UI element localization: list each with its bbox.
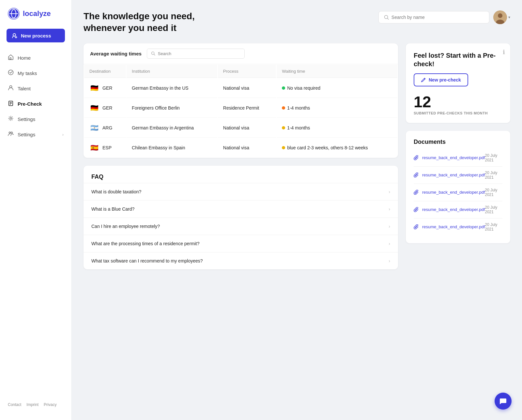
- cell-process: National visa: [218, 138, 276, 157]
- doc-date: 20 July 2021: [485, 188, 502, 197]
- table-row: 🇪🇸 ESP Chilean Embassy in Spain National…: [84, 138, 397, 157]
- talent-icon: [8, 85, 14, 92]
- col-waiting-time: Waiting time: [277, 65, 397, 78]
- chevron-right-icon: ›: [389, 241, 390, 246]
- sidebar: localyze New process Home My tasks Talen…: [0, 0, 72, 420]
- cell-institution: Foreigners Office Berlin: [127, 98, 217, 118]
- waiting-times-search[interactable]: [147, 49, 245, 59]
- faq-item[interactable]: What tax software can I recommend to my …: [84, 252, 398, 269]
- faq-question: What tax software can I recommend to my …: [91, 258, 203, 263]
- doc-item[interactable]: resume_back_end_developer.pdf 20 July 20…: [414, 184, 502, 201]
- precheck-card: ℹ Feel lost? Start with a Pre-check! New…: [406, 43, 510, 123]
- sidebar-item-precheck[interactable]: Pre-Check: [0, 96, 71, 112]
- attachment-icon: [414, 172, 419, 178]
- header-title-line2: whenever you need it: [84, 22, 195, 34]
- doc-item[interactable]: resume_back_end_developer.pdf 20 July 20…: [414, 218, 502, 235]
- cell-destination: 🇪🇸 ESP: [84, 138, 126, 157]
- footer-contact[interactable]: Contact: [8, 402, 21, 407]
- doc-item[interactable]: resume_back_end_developer.pdf 20 July 20…: [414, 201, 502, 218]
- footer-privacy[interactable]: Privacy: [44, 402, 56, 407]
- chevron-right-icon: ›: [389, 224, 390, 229]
- cell-process: National visa: [218, 79, 276, 98]
- table-row: 🇩🇪 GER Foreigners Office Berlin Residenc…: [84, 98, 397, 118]
- col-destination: Destination: [84, 65, 126, 78]
- submitted-count: 12: [414, 94, 502, 110]
- attachment-icon: [414, 155, 419, 160]
- new-precheck-button[interactable]: New pre-check: [414, 73, 468, 86]
- cell-destination: 🇩🇪 GER: [84, 79, 126, 98]
- header-right: ▾: [378, 10, 510, 24]
- sidebar-item-talent[interactable]: Talent: [0, 81, 71, 96]
- app-name: localyze: [23, 9, 51, 18]
- info-icon[interactable]: ℹ: [503, 49, 505, 56]
- sidebar-item-settings2-label: Settings: [18, 132, 35, 137]
- country-code: ESP: [102, 145, 112, 150]
- doc-item[interactable]: resume_back_end_developer.pdf 20 July 20…: [414, 167, 502, 184]
- gear-icon: [8, 115, 14, 123]
- clipboard-icon: [8, 100, 14, 108]
- svg-line-18: [387, 18, 389, 20]
- page-title: The knowledge you need, whenever you nee…: [84, 10, 195, 34]
- doc-filename[interactable]: resume_back_end_developer.pdf: [422, 155, 485, 160]
- svg-line-23: [154, 54, 155, 55]
- doc-filename[interactable]: resume_back_end_developer.pdf: [422, 172, 485, 177]
- faq-item[interactable]: Can I hire an employee remotely? ›: [84, 218, 398, 235]
- chat-icon: [499, 397, 507, 405]
- new-process-button[interactable]: New process: [7, 29, 65, 42]
- country-flag: 🇦🇷: [89, 123, 99, 133]
- doc-left: resume_back_end_developer.pdf: [414, 190, 485, 195]
- cell-destination: 🇩🇪 GER: [84, 98, 126, 118]
- table-row: 🇩🇪 GER German Embassy in the US National…: [84, 79, 397, 98]
- documents-list: resume_back_end_developer.pdf 20 July 20…: [414, 149, 502, 235]
- doc-date: 20 July 2021: [485, 205, 502, 214]
- global-search-input[interactable]: [392, 15, 484, 20]
- sidebar-item-settings2[interactable]: Settings ›: [0, 127, 71, 142]
- svg-point-8: [8, 70, 13, 75]
- faq-item[interactable]: What is double taxation? ›: [84, 183, 398, 200]
- header-title-line1: The knowledge you need,: [84, 10, 195, 22]
- doc-filename[interactable]: resume_back_end_developer.pdf: [422, 224, 485, 229]
- cell-waiting-time: No visa required: [277, 79, 397, 98]
- doc-filename[interactable]: resume_back_end_developer.pdf: [422, 190, 485, 195]
- sidebar-footer: Contact Imprint Privacy: [0, 397, 71, 412]
- global-search-bar[interactable]: [378, 11, 489, 23]
- doc-date: 20 July 2021: [485, 153, 502, 162]
- cell-institution: Chilean Embassy in Spain: [127, 138, 217, 157]
- user-avatar-area[interactable]: ▾: [493, 10, 510, 24]
- chevron-right-icon: ›: [389, 258, 390, 263]
- doc-left: resume_back_end_developer.pdf: [414, 207, 485, 212]
- chat-button[interactable]: [495, 393, 512, 410]
- sidebar-item-talent-label: Talent: [18, 86, 31, 91]
- cell-process: National visa: [218, 118, 276, 138]
- svg-point-20: [498, 13, 502, 18]
- attachment-icon: [414, 207, 419, 212]
- doc-item[interactable]: resume_back_end_developer.pdf 20 July 20…: [414, 149, 502, 167]
- footer-imprint[interactable]: Imprint: [26, 402, 38, 407]
- cell-waiting-time: 1-4 months: [277, 118, 397, 138]
- doc-filename[interactable]: resume_back_end_developer.pdf: [422, 207, 485, 212]
- cell-institution: German Embassy in the US: [127, 79, 217, 98]
- sidebar-item-my-tasks[interactable]: My tasks: [0, 66, 71, 81]
- cell-process: Residence Permit: [218, 98, 276, 118]
- cell-destination: 🇦🇷 ARG: [84, 118, 126, 138]
- cell-institution: German Embassy in Argentina: [127, 118, 217, 138]
- chevron-right-icon: ›: [389, 189, 390, 194]
- documents-card: Documents resume_back_end_developer.pdf …: [406, 131, 510, 243]
- team-icon: [8, 131, 14, 138]
- sidebar-item-settings1[interactable]: Settings: [0, 112, 71, 127]
- sidebar-item-home[interactable]: Home: [0, 50, 71, 66]
- faq-question: Can I hire an employee remotely?: [91, 224, 160, 229]
- edit-icon: [421, 77, 426, 82]
- cell-waiting-time: 1-4 months: [277, 98, 397, 118]
- faq-item[interactable]: What is a Blue Card? ›: [84, 200, 398, 218]
- country-code: GER: [102, 105, 112, 111]
- avatar-person-svg: [493, 10, 507, 24]
- chevron-right-icon: ›: [389, 206, 390, 212]
- doc-left: resume_back_end_developer.pdf: [414, 172, 485, 178]
- home-icon: [8, 54, 14, 62]
- faq-item[interactable]: What are the processing times of a resid…: [84, 235, 398, 252]
- faq-question: What is a Blue Card?: [91, 206, 134, 212]
- new-precheck-label: New pre-check: [429, 77, 461, 82]
- country-code: GER: [102, 85, 112, 91]
- waiting-times-search-input[interactable]: [158, 51, 240, 56]
